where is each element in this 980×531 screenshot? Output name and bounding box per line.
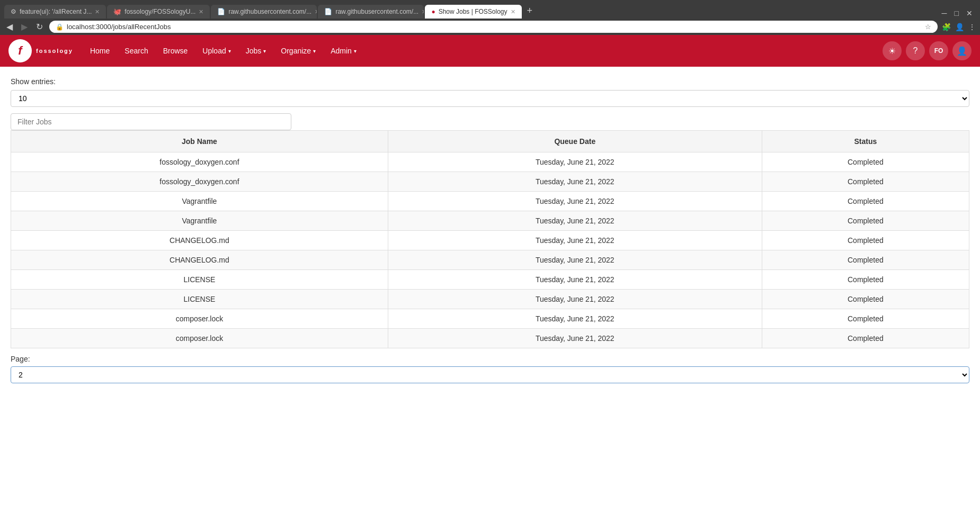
show-entries-label: Show entries: [11, 77, 969, 86]
cell-job-name: Vagrantfile [11, 211, 388, 231]
nav-home[interactable]: Home [84, 42, 116, 59]
maximize-button[interactable]: □ [951, 8, 962, 19]
cell-status: Completed [762, 211, 969, 231]
help-button[interactable]: ? [906, 41, 925, 60]
table-row: fossology_doxygen.confTuesday, June 21, … [11, 152, 969, 172]
url-display: localhost:3000/jobs/allRecentJobs [67, 23, 922, 31]
address-bar[interactable]: 🔒 localhost:3000/jobs/allRecentJobs ☆ [49, 21, 938, 33]
tab-fossology-github[interactable]: 🐙 fossology/FOSSologyU... ✕ [107, 5, 210, 19]
cell-job-name: fossology_doxygen.conf [11, 172, 388, 192]
nav-upload[interactable]: Upload ▾ [196, 42, 237, 59]
brand-text-container: fossology [36, 48, 73, 54]
user-profile-button[interactable]: 👤 [952, 41, 972, 60]
cell-queue-date: Tuesday, June 21, 2022 [388, 192, 762, 211]
brand-name: fossology [36, 48, 73, 54]
cell-job-name: LICENSE [11, 290, 388, 309]
jobs-table: Job Name Queue Date Status fossology_dox… [11, 130, 969, 348]
navbar: f fossology Home Search Browse Upload ▾ … [0, 35, 980, 67]
forward-button[interactable]: ▶ [19, 21, 30, 33]
nav-jobs[interactable]: Jobs ▾ [239, 42, 273, 59]
nav-browse[interactable]: Browse [157, 42, 194, 59]
table-row: VagrantfileTuesday, June 21, 2022Complet… [11, 192, 969, 211]
cell-status: Completed [762, 309, 969, 329]
lock-icon: 🔒 [56, 23, 64, 31]
tab-raw2[interactable]: 📄 raw.githubusercontent.com/... ✕ [318, 5, 424, 19]
new-tab-button[interactable]: + [523, 3, 537, 19]
cell-status: Completed [762, 172, 969, 192]
tab-label: raw.githubusercontent.com/... [228, 8, 311, 15]
table-row: fossology_doxygen.confTuesday, June 21, … [11, 172, 969, 192]
nav-search[interactable]: Search [118, 42, 154, 59]
minimize-button[interactable]: ─ [939, 8, 950, 19]
cell-job-name: fossology_doxygen.conf [11, 152, 388, 172]
page-label: Page: [11, 355, 969, 363]
cell-queue-date: Tuesday, June 21, 2022 [388, 309, 762, 329]
page-select[interactable]: 1 2 3 4 5 [11, 366, 969, 383]
nav-menu: Home Search Browse Upload ▾ Jobs ▾ Organ… [84, 42, 883, 59]
logo: f [8, 39, 32, 62]
tab-close-icon[interactable]: ✕ [95, 8, 100, 15]
tab-close-icon[interactable]: ✕ [199, 8, 203, 15]
profile-icon[interactable]: 👤 [955, 23, 964, 31]
entries-select[interactable]: 10 25 50 100 [11, 90, 969, 107]
tab-favicon: ● [431, 8, 435, 15]
cell-job-name: CHANGELOG.md [11, 250, 388, 270]
tab-favicon: 📄 [217, 8, 225, 15]
fo-button[interactable]: FO [929, 41, 948, 60]
tab-label: fossology/FOSSologyU... [124, 8, 195, 15]
theme-toggle-button[interactable]: ☀ [883, 41, 902, 60]
brand: f fossology [8, 39, 73, 62]
cell-status: Completed [762, 192, 969, 211]
table-row: composer.lockTuesday, June 21, 2022Compl… [11, 329, 969, 348]
table-row: VagrantfileTuesday, June 21, 2022Complet… [11, 211, 969, 231]
upload-dropdown-arrow: ▾ [228, 48, 231, 54]
nav-admin[interactable]: Admin ▾ [324, 42, 363, 59]
close-button[interactable]: ✕ [963, 8, 976, 19]
cell-job-name: composer.lock [11, 329, 388, 348]
cell-queue-date: Tuesday, June 21, 2022 [388, 250, 762, 270]
tab-label: raw.githubusercontent.com/... [335, 8, 418, 15]
nav-organize[interactable]: Organize ▾ [274, 42, 322, 59]
col-queue-date: Queue Date [388, 131, 762, 152]
cell-queue-date: Tuesday, June 21, 2022 [388, 290, 762, 309]
tab-favicon: 🐙 [113, 8, 121, 15]
extensions-icon[interactable]: 🧩 [942, 23, 951, 31]
logo-letter: f [18, 44, 22, 58]
cell-queue-date: Tuesday, June 21, 2022 [388, 211, 762, 231]
main-content: Show entries: 10 25 50 100 Job Name Queu… [0, 67, 980, 531]
tab-close-icon[interactable]: ✕ [315, 8, 317, 15]
tab-close-icon[interactable]: ✕ [511, 8, 515, 15]
navbar-actions: ☀ ? FO 👤 [883, 41, 972, 60]
bookmark-icon[interactable]: ☆ [925, 23, 931, 31]
table-row: CHANGELOG.mdTuesday, June 21, 2022Comple… [11, 231, 969, 250]
cell-job-name: CHANGELOG.md [11, 231, 388, 250]
cell-queue-date: Tuesday, June 21, 2022 [388, 152, 762, 172]
table-row: CHANGELOG.mdTuesday, June 21, 2022Comple… [11, 250, 969, 270]
cell-status: Completed [762, 250, 969, 270]
cell-status: Completed [762, 329, 969, 348]
filter-row [11, 113, 969, 130]
cell-queue-date: Tuesday, June 21, 2022 [388, 270, 762, 290]
table-row: LICENSETuesday, June 21, 2022Completed [11, 290, 969, 309]
cell-status: Completed [762, 152, 969, 172]
admin-dropdown-arrow: ▾ [354, 48, 357, 54]
back-button[interactable]: ◀ [4, 21, 15, 33]
tab-close-icon[interactable]: ✕ [422, 8, 424, 15]
tab-favicon: ⚙ [11, 8, 16, 15]
cell-queue-date: Tuesday, June 21, 2022 [388, 231, 762, 250]
cell-queue-date: Tuesday, June 21, 2022 [388, 329, 762, 348]
tab-favicon: 📄 [324, 8, 332, 15]
col-job-name: Job Name [11, 131, 388, 152]
reload-button[interactable]: ↻ [34, 21, 45, 33]
cell-job-name: composer.lock [11, 309, 388, 329]
tab-show-jobs[interactable]: ● Show Jobs | FOSSology ✕ [425, 5, 521, 19]
cell-job-name: LICENSE [11, 270, 388, 290]
filter-input[interactable] [11, 113, 291, 130]
organize-dropdown-arrow: ▾ [313, 48, 316, 54]
tab-raw1[interactable]: 📄 raw.githubusercontent.com/... ✕ [211, 5, 317, 19]
cell-status: Completed [762, 231, 969, 250]
table-row: LICENSETuesday, June 21, 2022Completed [11, 270, 969, 290]
col-status: Status [762, 131, 969, 152]
tab-feature[interactable]: ⚙ feature(ui): '/allRecent J... ✕ [4, 5, 106, 19]
menu-icon[interactable]: ⋮ [968, 23, 976, 31]
